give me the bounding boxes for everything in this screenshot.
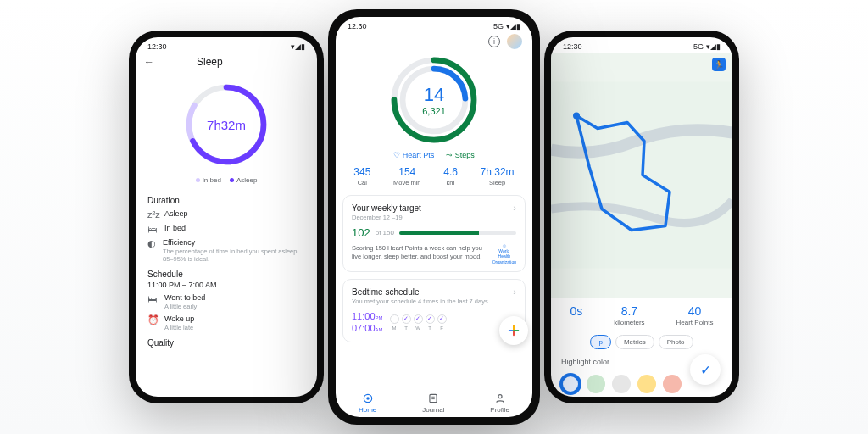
bedtime-card[interactable]: Bedtime schedule› You met your schedule … <box>342 279 526 342</box>
weekly-progress-value: 102 <box>352 226 370 239</box>
activity-phone: 12:30 5G ▾◢▮ 🏃 on run 0s 8.7kilometers 4… <box>544 31 739 403</box>
stat-heart-points: 40Heart Points <box>676 304 714 326</box>
section-duration: Duration <box>147 196 305 205</box>
map-view[interactable]: 🏃 on run <box>551 53 732 298</box>
who-logo: World Health Organization <box>492 244 516 264</box>
summary-stats: 345Cal 154Move min 4.6km 7h 32mSleep <box>336 159 532 195</box>
bedtime-days: M ✓T ✓W ✓T ✓F <box>390 314 447 331</box>
status-bar: 12:30 5G ▾◢▮ <box>336 17 532 32</box>
went-to-bed-icon: 🛏︎ <box>147 293 158 303</box>
nav-journal[interactable]: Journal <box>422 392 444 414</box>
section-schedule: Schedule <box>147 270 305 279</box>
svg-point-13 <box>498 395 502 398</box>
info-icon[interactable]: i <box>488 36 500 47</box>
status-signal: 5G ▾◢▮ <box>693 42 721 51</box>
color-yellow[interactable] <box>637 375 656 393</box>
svg-rect-12 <box>430 394 437 402</box>
row-asleep[interactable]: z²zAsleep <box>147 209 305 220</box>
status-signal: ▾◢▮ <box>291 42 305 51</box>
status-signal: 5G ▾◢▮ <box>493 22 520 31</box>
chip-photo[interactable]: Photo <box>659 335 693 349</box>
sleep-ring: 7h32m <box>180 78 273 171</box>
row-efficiency[interactable]: ◐EfficiencyThe percentage of time in bed… <box>147 238 305 263</box>
avatar[interactable] <box>507 34 522 49</box>
asleep-icon: z²z <box>147 209 158 220</box>
nav-home[interactable]: Home <box>359 392 376 414</box>
legend-heart-pts: ♡ Heart Pts <box>393 151 434 159</box>
back-arrow-icon[interactable]: ← <box>144 56 154 68</box>
weekly-target-title: Your weekly target <box>352 203 421 213</box>
add-fab[interactable] <box>499 316 528 345</box>
section-quality: Quality <box>147 338 305 348</box>
weekly-dates: December 12 –19 <box>352 214 516 221</box>
sleep-phone: 12:30 ▾◢▮ ← Sleep 7h32m In bed Asleep Du… <box>129 31 324 403</box>
confirm-button[interactable]: ✓ <box>690 354 721 385</box>
activity-stats: 0s 8.7kilometers 40Heart Points <box>551 298 732 331</box>
status-bar: 12:30 ▾◢▮ <box>136 37 317 53</box>
status-time: 12:30 <box>563 42 582 51</box>
color-grey[interactable] <box>612 375 631 393</box>
chevron-right-icon: › <box>513 287 516 297</box>
stat-km[interactable]: 4.6km <box>443 166 458 186</box>
home-phone: 12:30 5G ▾◢▮ i 14 6,321 ♡ Heart Pts ⤳ St… <box>328 9 540 425</box>
weekly-progress-of: of 150 <box>376 229 394 236</box>
sleep-legend: In bed Asleep <box>136 176 317 184</box>
steps-value: 6,321 <box>422 106 446 116</box>
stat-move-min[interactable]: 154Move min <box>393 166 421 186</box>
bedtime-sub: You met your schedule 4 times in the las… <box>352 298 516 305</box>
weekly-description: Scoring 150 Heart Points a week can help… <box>352 244 487 264</box>
status-time: 12:30 <box>147 42 167 51</box>
chip-map[interactable]: p <box>590 335 610 349</box>
route-path <box>551 53 732 298</box>
chip-metrics[interactable]: Metrics <box>615 335 654 349</box>
heart-points-value: 14 <box>424 84 444 106</box>
stat-cal[interactable]: 345Cal <box>353 166 370 186</box>
weekly-progress-bar <box>399 231 516 235</box>
alarm-icon: ⏰ <box>147 314 158 326</box>
status-time: 12:30 <box>348 22 367 31</box>
bedtime-times: 11:00PM 07:00AM <box>352 310 383 335</box>
row-woke-up[interactable]: ⏰Woke upA little late <box>147 314 305 331</box>
status-bar: 12:30 5G ▾◢▮ <box>551 37 732 53</box>
legend-steps: ⤳ Steps <box>446 151 475 159</box>
page-title: Sleep <box>197 56 223 68</box>
activity-ring[interactable]: 14 6,321 <box>387 53 481 147</box>
color-green[interactable] <box>587 375 605 393</box>
weekly-target-card[interactable]: Your weekly target› December 12 –19 102 … <box>342 195 526 272</box>
stat-duration: 0s <box>570 304 582 326</box>
row-inbed[interactable]: 🛏︎In bed <box>147 224 305 234</box>
row-went-to-bed[interactable]: 🛏︎Went to bedA little early <box>147 293 305 310</box>
bottom-nav: Home Journal Profile <box>336 387 532 417</box>
stat-distance: 8.7kilometers <box>614 304 644 326</box>
bedtime-title: Bedtime schedule <box>352 287 420 297</box>
efficiency-icon: ◐ <box>147 238 156 249</box>
bed-icon: 🛏︎ <box>147 224 158 234</box>
stat-sleep[interactable]: 7h 32mSleep <box>481 166 515 186</box>
ring-legend: ♡ Heart Pts ⤳ Steps <box>336 151 532 159</box>
svg-point-4 <box>573 113 580 120</box>
color-coral[interactable] <box>663 375 682 393</box>
color-blue[interactable] <box>561 375 580 393</box>
chip-row: p Metrics Photo <box>551 331 732 353</box>
chevron-right-icon: › <box>513 203 516 213</box>
nav-profile[interactable]: Profile <box>490 392 509 414</box>
svg-point-11 <box>366 397 370 400</box>
schedule-range: 11:00 PM – 7:00 AM <box>147 281 305 289</box>
sleep-duration-value: 7h32m <box>180 78 273 171</box>
